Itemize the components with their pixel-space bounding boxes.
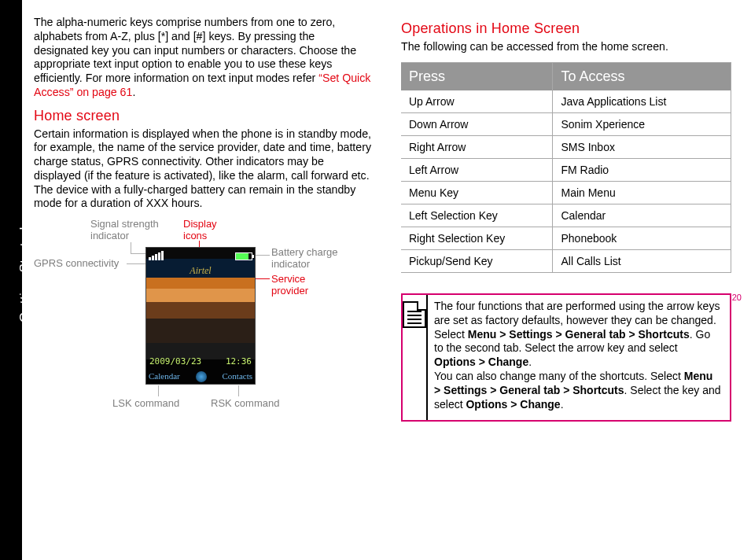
heading-operations: Operations in Home Screen	[401, 20, 739, 37]
table-row: Pickup/Send KeyAll Calls List	[401, 249, 731, 272]
label-service-provider: Service provider	[271, 274, 342, 297]
right-column: Operations in Home Screen The following …	[401, 16, 739, 422]
provider-text: Airtel	[146, 265, 255, 277]
note-part: You can also change many of the shortcut…	[434, 370, 684, 382]
cell-access: Main Menu	[553, 181, 731, 204]
note-part: .	[561, 398, 564, 411]
table-row: Left ArrowFM Radio	[401, 158, 731, 181]
note-bold: Menu > Settings > General tab > Shortcut…	[468, 328, 690, 341]
table-row: Down ArrowSonim Xperience	[401, 112, 731, 135]
th-press: Press	[401, 62, 553, 90]
cell-access: Calendar	[553, 204, 731, 227]
note-bold: Options > Change	[434, 356, 528, 368]
phone-screen-illustration: Airtel 2009/03/23 12:36 Calendar Contact…	[145, 247, 256, 385]
table-row: Menu KeyMain Menu	[401, 181, 731, 204]
label-display-icons: Display icons	[183, 219, 238, 242]
cell-press: Down Arrow	[401, 112, 553, 135]
cell-press: Menu Key	[401, 181, 553, 204]
note-text: The four functions that are performed us…	[428, 295, 730, 420]
note-icon-cell	[403, 295, 428, 420]
signal-bars-icon	[149, 251, 164, 260]
left-column: The alpha-numeric keys comprise numbers …	[34, 16, 372, 423]
intro-after: .	[132, 86, 135, 98]
sidebar-tab: Getting Started	[0, 0, 22, 560]
table-row: Left Selection KeyCalendar	[401, 204, 731, 227]
table-row: Right ArrowSMS Inbox	[401, 135, 731, 158]
cell-access: Phonebook	[553, 227, 731, 249]
cell-press: Left Selection Key	[401, 204, 553, 227]
cell-access: Java Applications List	[553, 90, 731, 113]
note-part: .	[528, 356, 532, 368]
table-row: Up ArrowJava Applications List	[401, 90, 731, 113]
label-battery: Battery charge indicator	[271, 247, 358, 271]
home-screen-diagram: Signal strength indicator Display icons …	[34, 219, 372, 423]
heading-home-screen: Home screen	[34, 108, 372, 124]
th-access: To Access	[553, 62, 731, 90]
cell-press: Right Arrow	[401, 135, 553, 158]
screen-time: 12:36	[226, 356, 252, 367]
note-bold: Options > Change	[466, 398, 560, 411]
operations-intro: The following can be accessed from the h…	[401, 40, 739, 54]
intro-text: The alpha-numeric keys comprise numbers …	[34, 16, 356, 84]
cell-access: Sonim Xperience	[553, 112, 731, 135]
label-signal-strength: Signal strength indicator	[90, 219, 177, 242]
note-box: The four functions that are performed us…	[401, 293, 731, 422]
cell-press: Pickup/Send Key	[401, 249, 553, 272]
label-lsk: LSK command	[112, 398, 179, 410]
section-label: Getting Started	[17, 227, 33, 322]
intro-paragraph: The alpha-numeric keys comprise numbers …	[34, 16, 372, 100]
label-gprs: GPRS connectivity	[34, 258, 119, 270]
cell-access: All Calls List	[553, 249, 731, 272]
screen-date: 2009/03/23	[149, 356, 201, 367]
home-screen-paragraph: Certain information is displayed when th…	[34, 127, 372, 212]
label-rsk: RSK command	[211, 398, 279, 410]
cell-press: Right Selection Key	[401, 227, 553, 249]
table-row: Right Selection KeyPhonebook	[401, 227, 731, 249]
battery-icon	[235, 252, 252, 260]
cell-press: Up Arrow	[401, 90, 553, 113]
cell-access: SMS Inbox	[553, 135, 731, 158]
softkey-center-icon	[196, 371, 207, 382]
cell-access: FM Radio	[553, 158, 731, 181]
softkey-right: Contacts	[222, 371, 252, 382]
cell-press: Left Arrow	[401, 158, 553, 181]
softkey-left: Calendar	[149, 371, 180, 382]
note-icon	[403, 301, 426, 328]
access-table: Press To Access Up ArrowJava Application…	[401, 62, 731, 273]
